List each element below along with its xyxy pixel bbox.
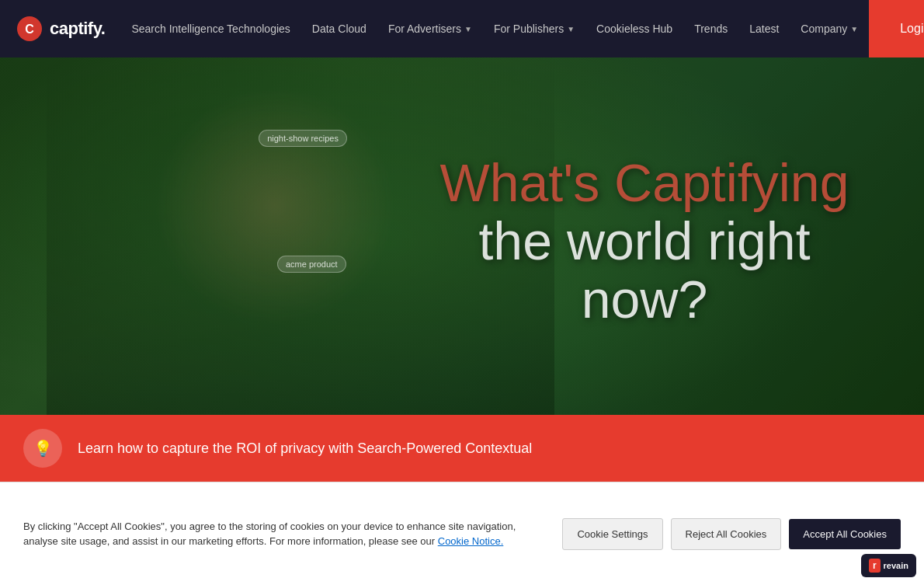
logo-icon: C bbox=[16, 15, 43, 43]
revain-badge: r revain bbox=[861, 554, 916, 577]
logo[interactable]: C captify. bbox=[16, 15, 105, 43]
cookie-consent-text: By clicking "Accept All Cookies", you ag… bbox=[23, 519, 547, 549]
nav-company[interactable]: Company ▼ bbox=[790, 0, 869, 57]
banner-icon: 💡 bbox=[23, 429, 62, 468]
revain-text: revain bbox=[884, 561, 908, 570]
reject-all-cookies-button[interactable]: Reject All Cookies bbox=[671, 518, 782, 550]
hero-text-block: What's Captifying the world right now? bbox=[412, 154, 877, 328]
banner-text: Learn how to capture the ROI of privacy … bbox=[78, 440, 532, 457]
company-chevron: ▼ bbox=[850, 25, 858, 33]
login-button[interactable]: Login bbox=[869, 0, 924, 57]
for-publishers-chevron: ▼ bbox=[567, 25, 575, 33]
cookie-settings-button[interactable]: Cookie Settings bbox=[562, 518, 662, 550]
cookie-buttons-group: Cookie Settings Reject All Cookies Accep… bbox=[562, 518, 901, 550]
svg-text:C: C bbox=[25, 23, 34, 36]
cookie-notice-link[interactable]: Cookie Notice. bbox=[438, 535, 504, 547]
hero-tag-1: night-show recipes bbox=[259, 130, 347, 147]
for-advertisers-chevron: ▼ bbox=[464, 25, 472, 33]
nav-cookieless-hub[interactable]: Cookieless Hub bbox=[585, 0, 683, 57]
navbar-right: Login bbox=[869, 0, 924, 57]
accept-all-cookies-button[interactable]: Accept All Cookies bbox=[789, 519, 901, 549]
hero-title: What's Captifying bbox=[412, 154, 877, 212]
cookie-consent-banner: By clicking "Accept All Cookies", you ag… bbox=[0, 482, 924, 585]
hero-section: night-show recipes acme product What's C… bbox=[0, 0, 924, 482]
navbar-links: Search Intelligence Technologies Data Cl… bbox=[120, 0, 869, 57]
nav-for-advertisers[interactable]: For Advertisers ▼ bbox=[377, 0, 483, 57]
promo-banner: 💡 Learn how to capture the ROI of privac… bbox=[0, 415, 924, 482]
nav-for-publishers[interactable]: For Publishers ▼ bbox=[483, 0, 585, 57]
nav-search-intelligence[interactable]: Search Intelligence Technologies bbox=[120, 0, 300, 57]
hero-tag-2: acme product bbox=[277, 256, 346, 273]
revain-r-label: r bbox=[869, 559, 881, 573]
navbar: C captify. Search Intelligence Technolog… bbox=[0, 0, 924, 57]
nav-trends[interactable]: Trends bbox=[683, 0, 738, 57]
nav-latest[interactable]: Latest bbox=[738, 0, 790, 57]
hero-subtitle: the world right now? bbox=[412, 212, 877, 329]
logo-text: captify. bbox=[50, 19, 105, 39]
nav-data-cloud[interactable]: Data Cloud bbox=[301, 0, 377, 57]
